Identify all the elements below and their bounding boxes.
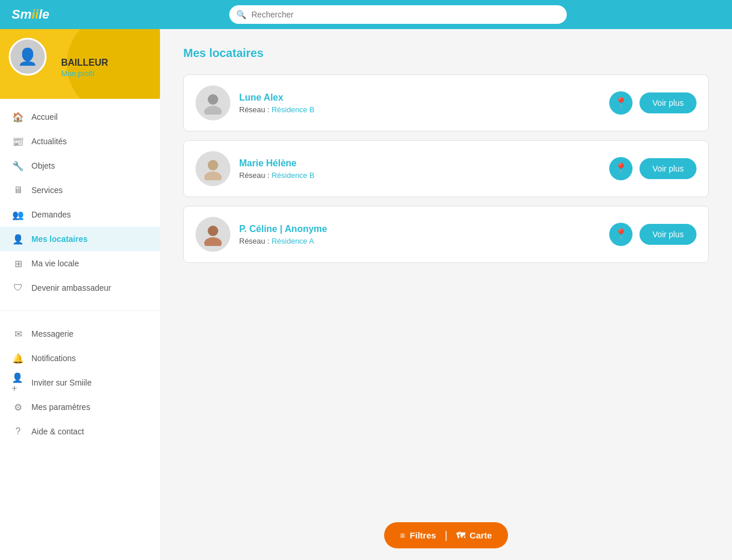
network-label-2: Réseau : [239, 171, 269, 180]
gear-icon: ⚙ [12, 401, 24, 413]
bottom-divider: | [445, 529, 447, 541]
tenant-info-1: Lune Alex Réseau : Résidence B [239, 92, 600, 114]
sidebar-item-parametres[interactable]: ⚙ Mes paramètres [0, 395, 160, 419]
tenant-network-2: Réseau : Résidence B [239, 171, 600, 180]
profile-info: BAILLEUR Mon profil [61, 58, 108, 81]
network-label-1: Réseau : [239, 105, 269, 114]
tenant-actions-1: 📍 Voir plus [609, 91, 697, 115]
sidebar-item-mes-locataires[interactable]: 👤 Mes locataires [0, 227, 160, 251]
sidebar-item-aide[interactable]: ? Aide & contact [0, 419, 160, 444]
voir-plus-button-3[interactable]: Voir plus [639, 224, 697, 245]
sidebar-label-accueil: Accueil [31, 112, 58, 122]
sidebar-item-demandes[interactable]: 👥 Demandes [0, 202, 160, 227]
voir-plus-button-1[interactable]: Voir plus [639, 92, 697, 113]
profile-link[interactable]: Mon profil [61, 69, 94, 78]
sidebar-label-aide: Aide & contact [31, 427, 84, 436]
tenant-name-2: Marie Hélène [239, 158, 600, 169]
sidebar-item-services[interactable]: 🖥 Services [0, 178, 160, 202]
location-button-1[interactable]: 📍 [609, 91, 632, 115]
sidebar-label-inviter: Inviter sur Smiile [31, 378, 91, 387]
people-icon: 👥 [12, 208, 24, 221]
tenant-card: Marie Hélène Réseau : Résidence B 📍 Voir… [183, 140, 709, 197]
sidebar-item-devenir-ambassadeur[interactable]: 🛡 Devenir ambassadeur [0, 276, 160, 300]
sidebar-item-messagerie[interactable]: ✉ Messagerie [0, 322, 160, 346]
search-input[interactable] [229, 5, 567, 24]
tenant-info-2: Marie Hélène Réseau : Résidence B [239, 158, 600, 180]
content-area: Mes locataires Lune Alex Réseau : Réside… [160, 29, 732, 560]
newspaper-icon: 📰 [12, 135, 24, 148]
sidebar: 👤 BAILLEUR Mon profil 🏠 Accueil 📰 Actual… [0, 29, 160, 560]
bottom-filter-bar[interactable]: ≡ Filtres | 🗺 Carte [384, 522, 509, 548]
sidebar-label-services: Services [31, 186, 63, 195]
sidebar-label-mes-locataires: Mes locataires [31, 234, 88, 244]
carte-icon: 🗺 [456, 530, 465, 540]
sidebar-item-notifications[interactable]: 🔔 Notifications [0, 346, 160, 370]
tenant-anonymous-3: Anonyme [285, 224, 327, 234]
tenant-actions-3: 📍 Voir plus [609, 223, 697, 246]
sidebar-label-parametres: Mes paramètres [31, 402, 90, 412]
tenant-actions-2: 📍 Voir plus [609, 157, 697, 180]
network-value-1[interactable]: Résidence B [272, 105, 315, 114]
sidebar-label-notifications: Notifications [31, 354, 76, 363]
person-plus-icon: 👤+ [12, 376, 24, 389]
tenant-name-3: P. Céline | Anonyme [239, 224, 600, 234]
house-icon: 🏠 [12, 110, 24, 123]
server-icon: 🖥 [12, 184, 24, 197]
filtres-icon: ≡ [400, 530, 406, 540]
tenant-avatar-3 [196, 217, 230, 252]
sidebar-label-demandes: Demandes [31, 210, 71, 219]
sidebar-profile: 👤 BAILLEUR Mon profil [0, 29, 160, 99]
svg-point-2 [208, 160, 218, 170]
profile-role: BAILLEUR [61, 58, 108, 68]
sidebar-label-messagerie: Messagerie [31, 329, 73, 338]
voir-plus-button-2[interactable]: Voir plus [639, 158, 697, 179]
filtres-button[interactable]: ≡ Filtres [400, 530, 436, 540]
sidebar-label-devenir-ambassadeur: Devenir ambassadeur [31, 283, 111, 293]
tenant-name-main-3: P. Céline [239, 224, 278, 234]
nav-section-main: 🏠 Accueil 📰 Actualités 🔧 Objets 🖥 Servic… [0, 99, 160, 306]
svg-point-5 [204, 237, 222, 246]
question-icon: ? [12, 425, 24, 438]
tenant-avatar-2 [196, 151, 230, 186]
topbar: Smiile 🔍 [0, 0, 732, 29]
grid-icon: ⊞ [12, 257, 24, 270]
svg-point-1 [204, 106, 222, 115]
nav-divider [0, 311, 160, 311]
app-logo: Smiile [12, 7, 58, 22]
network-label-3: Réseau : [239, 237, 269, 245]
location-button-2[interactable]: 📍 [609, 157, 632, 180]
carte-label: Carte [470, 530, 492, 540]
svg-point-0 [208, 94, 218, 105]
tenant-info-3: P. Céline | Anonyme Réseau : Résidence A [239, 224, 600, 245]
sidebar-label-actualites: Actualités [31, 137, 67, 146]
sidebar-item-actualites[interactable]: 📰 Actualités [0, 129, 160, 154]
svg-point-3 [204, 172, 222, 180]
main-layout: 👤 BAILLEUR Mon profil 🏠 Accueil 📰 Actual… [0, 29, 732, 560]
tenant-network-1: Réseau : Résidence B [239, 105, 600, 114]
location-button-3[interactable]: 📍 [609, 223, 632, 246]
shield-icon: 🛡 [12, 281, 24, 294]
network-value-3[interactable]: Résidence A [272, 237, 314, 245]
tenant-card: Lune Alex Réseau : Résidence B 📍 Voir pl… [183, 74, 709, 131]
envelope-icon: ✉ [12, 327, 24, 340]
users-icon: 👤 [12, 233, 24, 245]
sidebar-item-inviter[interactable]: 👤+ Inviter sur Smiile [0, 370, 160, 395]
tenant-network-3: Réseau : Résidence A [239, 237, 600, 245]
tenant-name-1: Lune Alex [239, 92, 600, 103]
tenant-avatar-1 [196, 85, 230, 120]
bell-icon: 🔔 [12, 352, 24, 365]
nav-section-bottom: ✉ Messagerie 🔔 Notifications 👤+ Inviter … [0, 316, 160, 450]
avatar: 👤 [9, 38, 47, 76]
tenant-card: P. Céline | Anonyme Réseau : Résidence A… [183, 206, 709, 263]
wrench-icon: 🔧 [12, 159, 24, 172]
svg-point-4 [208, 226, 218, 236]
filtres-label: Filtres [410, 530, 436, 540]
sidebar-item-objets[interactable]: 🔧 Objets [0, 154, 160, 178]
sidebar-item-ma-vie-locale[interactable]: ⊞ Ma vie locale [0, 251, 160, 276]
page-title: Mes locataires [183, 47, 709, 60]
sidebar-label-objets: Objets [31, 161, 55, 170]
network-value-2[interactable]: Résidence B [272, 171, 315, 180]
search-wrapper: 🔍 [229, 5, 567, 24]
carte-button[interactable]: 🗺 Carte [456, 530, 492, 540]
sidebar-item-accueil[interactable]: 🏠 Accueil [0, 105, 160, 129]
